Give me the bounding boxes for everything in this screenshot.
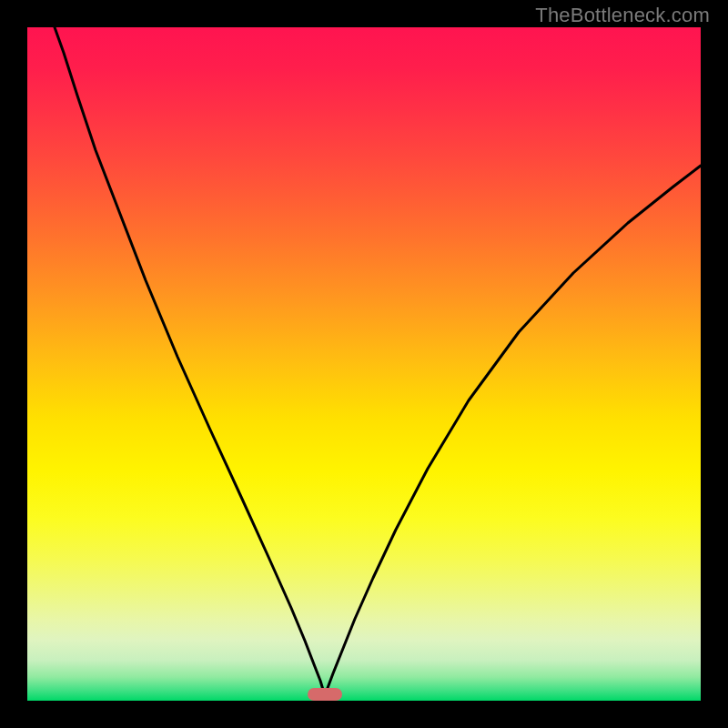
minimum-marker-pill xyxy=(308,688,342,701)
plot-area xyxy=(27,27,701,701)
curve-right-branch xyxy=(325,166,701,695)
watermark-text: TheBottleneck.com xyxy=(535,4,710,27)
outer-frame: TheBottleneck.com xyxy=(0,0,728,728)
curve-left-branch xyxy=(55,27,325,695)
bottleneck-curve xyxy=(27,27,701,701)
